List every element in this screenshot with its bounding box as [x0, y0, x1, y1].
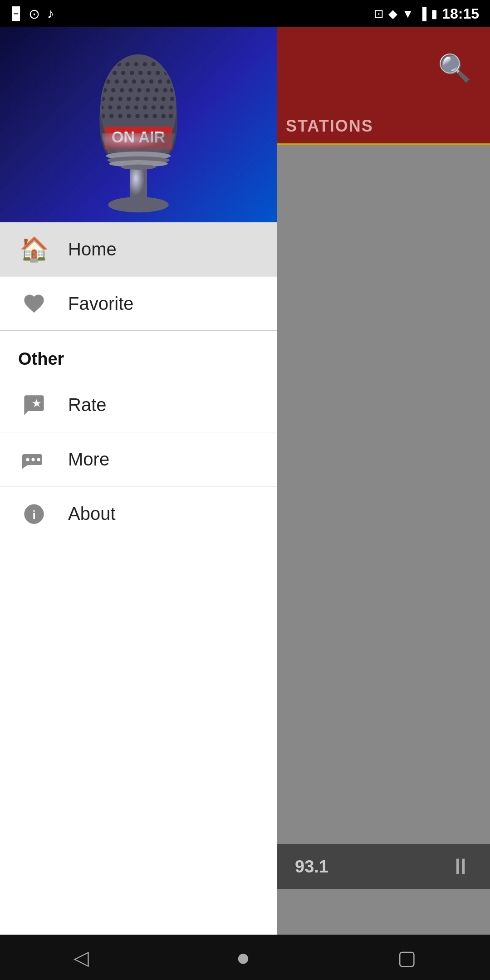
- bottom-nav: ◁ ● ▢: [0, 935, 490, 980]
- svg-point-38: [109, 97, 114, 101]
- nav-item-favorite[interactable]: Favorite: [0, 277, 277, 331]
- more-icon-container: [18, 444, 50, 475]
- svg-point-54: [169, 105, 173, 110]
- microphone-svg: ON AIR: [52, 34, 225, 216]
- home-icon-container: 🏠: [18, 234, 50, 265]
- svg-point-50: [134, 105, 138, 110]
- svg-text:i: i: [32, 508, 35, 521]
- recent-button[interactable]: ▢: [397, 946, 416, 969]
- svg-point-69: [121, 165, 156, 170]
- svg-point-41: [135, 97, 140, 101]
- svg-point-49: [125, 105, 130, 110]
- more-label: More: [68, 449, 109, 470]
- drawer: ON AIR 🏠 Home: [0, 27, 277, 935]
- more-icon: [20, 448, 48, 471]
- svg-point-44: [161, 97, 166, 101]
- right-panel: 🔍 STATIONS 93.1 ⏸: [277, 27, 490, 935]
- status-bar-right: ⊡ ◆ ▼ ▐ ▮ 18:15: [374, 5, 479, 22]
- svg-point-22: [123, 79, 128, 84]
- svg-point-25: [149, 79, 154, 84]
- svg-point-31: [128, 88, 133, 93]
- right-panel-body: [277, 145, 490, 935]
- nav-item-home[interactable]: 🏠 Home: [0, 222, 277, 277]
- stations-label: STATIONS: [286, 117, 373, 136]
- battery-icon: ▮: [431, 7, 437, 21]
- svg-point-10: [152, 62, 156, 67]
- svg-point-34: [154, 88, 159, 93]
- svg-point-61: [152, 114, 157, 118]
- svg-point-7: [125, 62, 130, 67]
- svg-point-60: [144, 114, 148, 118]
- about-label: About: [68, 504, 116, 524]
- player-bar: 93.1 ⏸: [277, 844, 490, 889]
- home-label: Home: [68, 239, 117, 260]
- svg-point-12: [104, 71, 108, 75]
- svg-point-63: [169, 114, 173, 118]
- svg-point-62: [161, 114, 166, 118]
- svg-point-13: [113, 71, 117, 75]
- heart-icon: [22, 292, 46, 315]
- svg-point-24: [141, 79, 145, 84]
- drawer-header-image: ON AIR: [0, 27, 277, 222]
- svg-point-43: [152, 97, 157, 101]
- main-container: ON AIR 🏠 Home: [0, 27, 490, 935]
- svg-point-47: [108, 105, 113, 110]
- svg-point-17: [147, 71, 152, 75]
- nav-item-about[interactable]: i About: [0, 487, 277, 541]
- rate-icon-container: [18, 389, 50, 421]
- camera-icon: ⊙: [29, 6, 40, 22]
- info-icon: i: [22, 502, 46, 526]
- svg-point-32: [137, 88, 142, 93]
- user-icon: 🁢: [11, 6, 21, 21]
- svg-point-30: [120, 88, 124, 93]
- microphone-container: ON AIR: [0, 27, 277, 222]
- svg-point-15: [130, 71, 134, 75]
- svg-point-39: [118, 97, 122, 101]
- svg-point-45: [170, 97, 175, 101]
- right-panel-subheader: STATIONS: [277, 109, 490, 145]
- svg-point-59: [135, 114, 140, 118]
- signal-icon: ▐: [418, 7, 426, 21]
- svg-point-18: [156, 71, 160, 75]
- nav-item-more[interactable]: More: [0, 432, 277, 487]
- svg-point-70: [26, 458, 29, 461]
- nav-item-rate[interactable]: Rate: [0, 378, 277, 432]
- svg-point-35: [163, 88, 167, 93]
- pause-button[interactable]: ⏸: [449, 853, 472, 880]
- music-icon: ♪: [47, 6, 54, 21]
- rate-label: Rate: [68, 395, 107, 415]
- svg-point-53: [160, 105, 165, 110]
- back-button[interactable]: ◁: [74, 946, 89, 969]
- svg-point-9: [143, 62, 147, 67]
- svg-point-23: [132, 79, 137, 84]
- right-panel-header: 🔍: [277, 27, 490, 109]
- svg-point-52: [152, 105, 156, 110]
- svg-point-51: [143, 105, 147, 110]
- section-header-other: Other: [0, 331, 277, 378]
- player-station-label: 93.1: [295, 857, 328, 877]
- status-bar: 🁢 ⊙ ♪ ⊡ ◆ ▼ ▐ ▮ 18:15: [0, 0, 490, 27]
- rate-icon: [22, 393, 46, 417]
- search-icon[interactable]: 🔍: [438, 52, 472, 84]
- favorite-label: Favorite: [68, 294, 134, 314]
- heart-icon-container: [18, 288, 50, 319]
- home-icon: 🏠: [20, 235, 49, 263]
- status-time: 18:15: [442, 5, 479, 22]
- svg-point-58: [127, 114, 131, 118]
- svg-point-40: [127, 97, 131, 101]
- svg-point-29: [111, 88, 116, 93]
- svg-point-26: [158, 79, 162, 84]
- svg-point-72: [37, 458, 40, 461]
- home-button[interactable]: ●: [236, 944, 250, 971]
- svg-point-21: [115, 79, 119, 84]
- svg-point-5: [108, 62, 113, 67]
- svg-point-42: [144, 97, 148, 101]
- wifi-icon: ▼: [402, 7, 414, 21]
- svg-point-33: [146, 88, 150, 93]
- svg-point-14: [121, 71, 126, 75]
- status-bar-left: 🁢 ⊙ ♪: [11, 6, 54, 22]
- svg-point-1: [108, 197, 168, 212]
- svg-point-71: [31, 458, 34, 461]
- arrow-icon: ◆: [388, 7, 397, 21]
- svg-point-48: [117, 105, 121, 110]
